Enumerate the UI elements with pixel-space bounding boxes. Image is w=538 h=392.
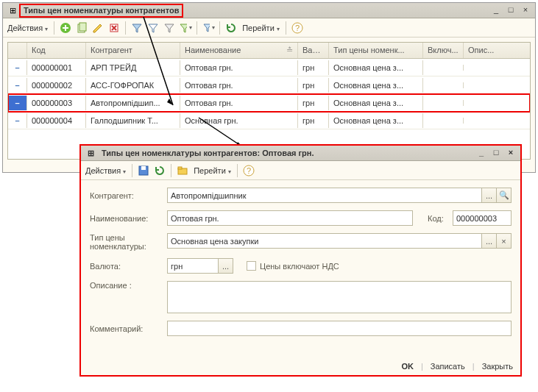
col-name[interactable]: Наименование≛ [180, 43, 298, 58]
copy-icon[interactable] [75, 21, 88, 35]
col-code[interactable]: Код [27, 43, 86, 58]
col-currency[interactable]: Вал... [298, 43, 329, 58]
save-icon[interactable] [137, 164, 150, 177]
label-currency: Валюта: [90, 262, 167, 271]
price-types-grid[interactable]: Код Контрагент Наименование≛ Вал... Тип … [7, 42, 531, 160]
detail-toolbar: Действия Перейти ? [81, 161, 520, 180]
detail-form: Контрагент: Автопромпідшипник ... 🔍 Наим… [81, 180, 520, 346]
row-marker-icon: – [8, 113, 27, 128]
label-comment: Комментарий: [90, 324, 167, 333]
list-toolbar: Действия Перейти ? [3, 18, 535, 38]
table-row[interactable]: – 000000002 АСС-ГОФРОПАК Оптовая грн. гр… [8, 76, 530, 94]
row-marker-icon: – [8, 78, 27, 93]
actions-menu[interactable]: Действия [6, 22, 49, 34]
help-icon[interactable]: ? [242, 164, 255, 177]
toolbar-separator [219, 21, 220, 35]
help-icon[interactable]: ? [291, 21, 304, 35]
counterparty-field[interactable]: Автопромпідшипник [167, 188, 482, 203]
detail-window: ⊞ Типы цен номенклатуры контрагентов: Оп… [79, 144, 522, 377]
code-field[interactable]: 000000003 [453, 210, 512, 226]
select-button[interactable]: ... [482, 188, 497, 203]
save-button[interactable]: Записать [431, 362, 465, 371]
table-row-selected[interactable]: – 000000003 Автопромпідшип... Оптовая гр… [8, 94, 530, 112]
grid-icon: ⊞ [84, 146, 97, 160]
list-window-titlebar[interactable]: ⊞ Типы цен номенклатуры контрагентов _ □… [3, 3, 535, 18]
col-pricetype[interactable]: Тип цены номенк... [329, 43, 423, 58]
table-row[interactable]: – 000000001 АРП ТРЕЙД Оптовая грн. грн О… [8, 59, 530, 76]
toolbar-separator [286, 21, 286, 35]
folder-icon[interactable] [176, 164, 189, 177]
maximize-button[interactable]: □ [504, 4, 517, 16]
comment-field[interactable] [167, 321, 512, 336]
svg-text:?: ? [247, 166, 251, 175]
currency-field[interactable]: грн [167, 258, 219, 274]
refresh-icon[interactable] [153, 164, 166, 177]
label-pricetype: Тип цены номенклатуры: [90, 233, 167, 251]
toolbar-separator [197, 21, 197, 35]
label-code: Код: [428, 214, 453, 223]
clear-button[interactable]: × [497, 233, 512, 249]
sort-icon: ≛ [286, 46, 293, 55]
close-button[interactable]: × [519, 4, 532, 16]
toolbar-separator [54, 21, 54, 35]
detail-window-title: Типы цен номенклатуры контрагентов: Опто… [102, 149, 314, 157]
label-desc: Описание : [90, 281, 167, 290]
col-incl[interactable]: Включ... [423, 43, 464, 58]
select-button[interactable]: ... [219, 258, 233, 274]
goto-menu[interactable]: Перейти [241, 22, 281, 34]
row-marker-icon: – [8, 96, 27, 110]
arrow-annotation [103, 13, 191, 116]
ok-button[interactable]: OK [401, 362, 414, 371]
goto-menu[interactable]: Перейти [192, 165, 233, 177]
label-counterparty: Контрагент: [90, 191, 167, 200]
vat-checkbox[interactable]: Цены включают НДС [247, 261, 339, 271]
svg-rect-7 [141, 166, 146, 170]
minimize-button[interactable]: _ [489, 4, 503, 16]
minimize-button[interactable]: _ [475, 147, 488, 159]
row-marker-icon: – [8, 60, 27, 75]
svg-text:?: ? [295, 24, 300, 32]
grid-header: Код Контрагент Наименование≛ Вал... Тип … [8, 43, 530, 59]
funnel-icon[interactable] [202, 21, 215, 35]
refresh-icon[interactable] [224, 21, 238, 35]
label-name: Наименование: [90, 214, 167, 223]
col-marker[interactable] [8, 43, 27, 58]
checkbox-icon [247, 261, 256, 271]
desc-field[interactable] [167, 281, 512, 313]
close-button[interactable]: Закрыть [482, 362, 513, 371]
col-desc[interactable]: Опис... [464, 43, 504, 58]
svg-rect-9 [178, 167, 182, 169]
detail-footer: OK | Записать | Закрыть [401, 362, 513, 371]
grid-icon: ⊞ [6, 4, 19, 17]
add-icon[interactable] [59, 21, 72, 35]
select-button[interactable]: ... [482, 233, 497, 249]
grid-body: – 000000001 АРП ТРЕЙД Оптовая грн. грн О… [8, 59, 530, 129]
name-field[interactable]: Оптовая грн. [167, 210, 413, 226]
lookup-button[interactable]: 🔍 [497, 188, 512, 203]
pricetype-field[interactable]: Основная цена закупки [167, 233, 482, 249]
toolbar-separator [237, 164, 238, 177]
maximize-button[interactable]: □ [489, 147, 503, 159]
svg-rect-2 [79, 23, 86, 31]
toolbar-separator [171, 164, 171, 177]
actions-menu[interactable]: Действия [84, 165, 127, 177]
close-button[interactable]: × [504, 147, 517, 159]
detail-window-titlebar[interactable]: ⊞ Типы цен номенклатуры контрагентов: Оп… [81, 146, 520, 161]
table-row[interactable]: – 000000004 Галподшипник Т... Основная г… [8, 112, 530, 129]
toolbar-separator [132, 164, 132, 177]
